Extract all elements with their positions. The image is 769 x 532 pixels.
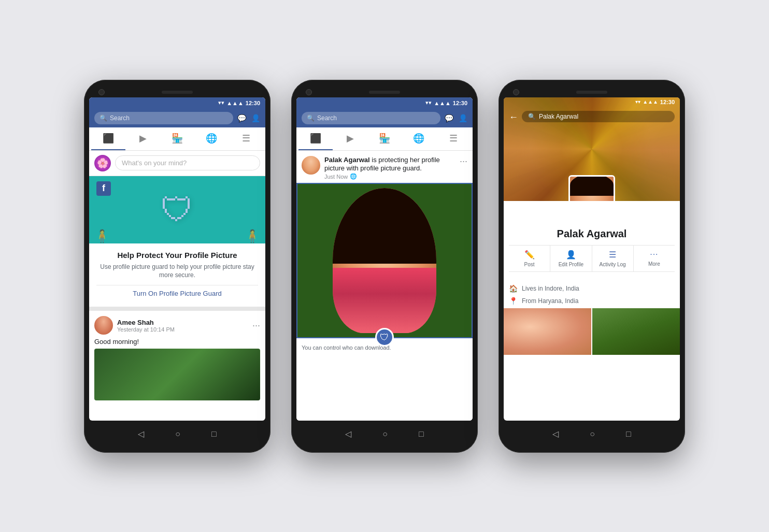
photo-thumb-1[interactable] [504, 308, 591, 355]
composer-input[interactable]: What's on your mind? [115, 155, 260, 170]
back-button3[interactable]: ◁ [552, 429, 559, 439]
phone2-search-placeholder: Search [317, 114, 337, 122]
phone1-search-bar[interactable]: 🔍 Search [94, 112, 233, 124]
phone-3: ▾▾ ▲▲▲ 12:30 ← 🔍 Palak Agarwal 🛡 [499, 80, 685, 453]
profile-action-log[interactable]: ☰ Activity Log [592, 246, 634, 271]
friends-icon[interactable]: 👤 [251, 114, 260, 122]
phone1-ppg-card: f 🛡 🧍 🧍 Help Protect Your Profile Pictur… [89, 176, 265, 311]
phone1-post-composer: 🌸 What's on your mind? [89, 151, 265, 176]
signal-icon: ▲▲▲ [226, 100, 244, 106]
feed-post-time: Just Now 🌐 [324, 173, 455, 180]
profile-action-more[interactable]: ··· More [634, 246, 675, 271]
phone3-status-bar: ▾▾ ▲▲▲ 12:30 [504, 97, 680, 107]
feed-post-more[interactable]: ··· [460, 156, 467, 167]
phone1-status-bar: ▾▾ ▲▲▲ 12:30 [89, 97, 265, 109]
search-icon3: 🔍 [528, 113, 536, 120]
photo-thumb-2[interactable] [592, 308, 680, 355]
nav2-menu[interactable]: ☰ [436, 127, 471, 150]
phone1-time: 12:30 [246, 100, 260, 106]
phone2-screen: ▾▾ ▲▲▲ 12:30 🔍 Search 💬 👤 ⬛ ▶ 🏪 🌐 ☰ [296, 97, 473, 421]
post-icon: ✏️ [524, 250, 535, 260]
location-icon: 📍 [509, 297, 518, 305]
messenger-icon[interactable]: 💬 [237, 114, 246, 122]
phone1-nav: ⬛ ▶ 🏪 🌐 ☰ [89, 127, 265, 151]
profile-photo-wrapper [568, 175, 615, 201]
nav-menu[interactable]: ☰ [229, 127, 263, 150]
home-button3[interactable]: ○ [590, 429, 595, 439]
profile-hair [570, 177, 614, 196]
ppg-cta-button[interactable]: Turn On Profile Picture Guard [96, 285, 258, 301]
phone1-bottom-bar: ◁ ○ □ [89, 421, 265, 448]
phone3-bottom-bar: ◁ ○ □ [504, 421, 680, 448]
nav-video[interactable]: ▶ [125, 127, 160, 150]
profile-action-edit[interactable]: 👤 Edit Profile [550, 246, 592, 271]
avatar-woman-img [302, 156, 320, 175]
figure-left: 🧍 [94, 229, 110, 243]
feed-post-image: 🛡 [296, 183, 473, 338]
phone3-camera [513, 89, 519, 95]
profile-action-post[interactable]: ✏️ Post [509, 246, 550, 271]
figure-right: 🧍 [245, 229, 260, 243]
phone-2: ▾▾ ▲▲▲ 12:30 🔍 Search 💬 👤 ⬛ ▶ 🏪 🌐 ☰ [291, 80, 478, 453]
profile-cover: ▾▾ ▲▲▲ 12:30 ← 🔍 Palak Agarwal 🛡 [504, 97, 680, 201]
phone2-fb-header: 🔍 Search 💬 👤 [296, 109, 473, 127]
search-icon: 🔍 [99, 114, 107, 122]
profile-search-value: Palak Agarwal [539, 113, 578, 120]
profile-detail-lives: 🏠 Lives in Indore, India [504, 282, 680, 295]
home-button[interactable]: ○ [175, 429, 180, 439]
phone1-screen: ▾▾ ▲▲▲ 12:30 🔍 Search 💬 👤 ⬛ ▶ 🏪 🌐 ☰ [89, 97, 265, 421]
phone1-post: Amee Shah Yesterday at 10:14 PM ··· Good… [89, 311, 265, 406]
banner-figures: 🧍 🧍 [89, 229, 265, 243]
activity-log-label: Activity Log [600, 262, 626, 267]
nav2-shop[interactable]: 🏪 [367, 127, 402, 150]
ppg-banner: f 🛡 🧍 🧍 [89, 176, 265, 243]
recents-button2[interactable]: □ [419, 429, 424, 439]
more-icon: ··· [650, 250, 658, 259]
nav-newsfeed[interactable]: ⬛ [91, 127, 125, 150]
photo-thumb-2-bg [592, 308, 680, 355]
back-button[interactable]: ◁ [138, 429, 144, 439]
back-button2[interactable]: ◁ [345, 429, 351, 439]
profile-photos [504, 308, 680, 421]
post-label: Post [524, 262, 535, 267]
edit-profile-icon: 👤 [566, 250, 576, 260]
messenger-icon2[interactable]: 💬 [445, 114, 453, 122]
feed-img-bg [297, 184, 472, 337]
avatar-flower-img: 🌸 [94, 155, 111, 171]
phone2-search-bar[interactable]: 🔍 Search [302, 112, 440, 124]
nav2-video[interactable]: ▶ [333, 127, 367, 150]
friends-icon2[interactable]: 👤 [459, 114, 467, 122]
signal-icon2: ▲▲▲ [434, 100, 451, 106]
profile-back-button[interactable]: ← [509, 112, 518, 123]
profile-photo-inner [570, 177, 614, 201]
profile-info: Palak Agarwal ✏️ Post 👤 Edit Profile ☰ A… [504, 228, 680, 282]
profile-search-bar[interactable]: 🔍 Palak Agarwal [522, 111, 675, 122]
phone2-feed-post: Palak Agarwal is protecting her profile … [296, 151, 473, 421]
recents-button3[interactable]: □ [626, 429, 631, 439]
post-time: Yesterday at 10:14 PM [117, 326, 248, 333]
phone1-search-placeholder: Search [110, 114, 130, 122]
post-more-button[interactable]: ··· [252, 320, 260, 331]
post-meta: Amee Shah Yesterday at 10:14 PM [117, 319, 248, 333]
composer-avatar: 🌸 [94, 155, 111, 171]
shield-icon: 🛡 [161, 191, 194, 229]
recents-button[interactable]: □ [211, 429, 217, 439]
photo-thumb-1-bg [504, 308, 591, 355]
lives-in-text: Lives in Indore, India [522, 285, 579, 292]
home-button2[interactable]: ○ [382, 429, 388, 439]
nav-globe[interactable]: 🌐 [194, 127, 229, 150]
post-author: Amee Shah [117, 319, 248, 326]
phone2-header-icons: 💬 👤 [445, 114, 467, 122]
person-photo [333, 188, 436, 333]
phone2-nav: ⬛ ▶ 🏪 🌐 ☰ [296, 127, 473, 151]
person-hair [333, 188, 436, 264]
nav2-globe[interactable]: 🌐 [402, 127, 436, 150]
ppg-title: Help Protect Your Profile Picture [96, 251, 258, 260]
nav2-newsfeed[interactable]: ⬛ [298, 127, 333, 150]
phone3-top-notch [504, 85, 680, 97]
phone2-camera [306, 89, 312, 95]
nav-shop[interactable]: 🏪 [160, 127, 194, 150]
feed-post-author: Palak Agarwal [324, 156, 370, 164]
post-image [94, 349, 260, 400]
phone3-speaker [576, 91, 607, 94]
